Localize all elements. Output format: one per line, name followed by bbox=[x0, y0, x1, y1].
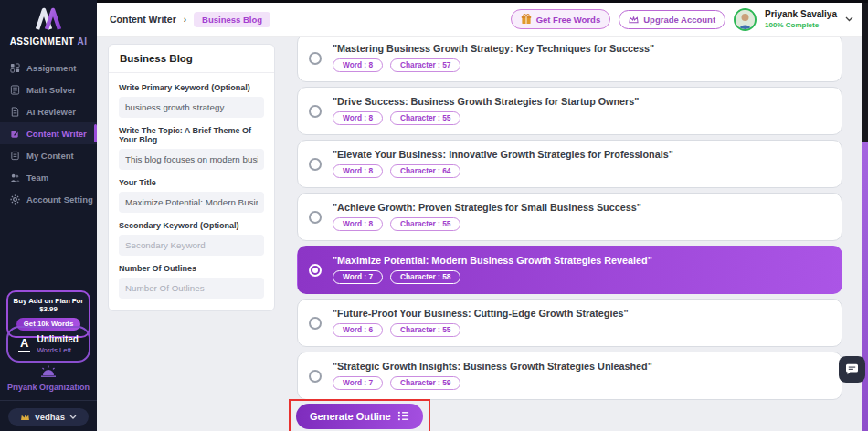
chat-widget-button[interactable] bbox=[839, 356, 865, 383]
sidebar: ASSIGNMENT AI Assignment Math Solver AI … bbox=[0, 0, 97, 431]
workspace-selector[interactable]: Vedhas bbox=[8, 408, 89, 426]
get-free-words-label: Get Free Words bbox=[536, 15, 601, 25]
radio-button[interactable] bbox=[309, 317, 322, 330]
document-check-icon bbox=[10, 107, 20, 117]
sidebar-item-team[interactable]: Team bbox=[0, 166, 97, 188]
gear-icon bbox=[10, 194, 20, 205]
sidebar-item-account-setting[interactable]: Account Setting bbox=[0, 188, 97, 210]
user-name: Priyank Savaliya bbox=[765, 9, 837, 21]
form-title: Business Blog bbox=[109, 45, 274, 73]
title-option-1[interactable]: "Mastering Business Growth Strategy: Key… bbox=[297, 34, 842, 82]
radio-button[interactable] bbox=[309, 370, 322, 383]
get-free-words-button[interactable]: Get Free Words bbox=[511, 9, 611, 29]
crown-icon bbox=[20, 414, 30, 421]
option-title: "Mastering Business Growth Strategy: Key… bbox=[333, 44, 654, 55]
gift-icon bbox=[521, 14, 532, 25]
character-count-badge: Character : 55 bbox=[390, 111, 460, 125]
upgrade-account-button[interactable]: Upgrade Account bbox=[619, 10, 725, 29]
character-count-badge: Character : 59 bbox=[390, 376, 460, 390]
user-completion-status: 100% Complete bbox=[765, 21, 837, 29]
top-header: Content Writer › Business Blog Get Free … bbox=[97, 3, 868, 37]
crown-icon bbox=[629, 16, 639, 24]
sidebar-item-math-solver[interactable]: Math Solver bbox=[0, 79, 97, 100]
your-title-input[interactable] bbox=[119, 192, 264, 213]
option-title: "Drive Success: Business Growth Strategi… bbox=[333, 97, 639, 108]
outlines-count-label: Number Of Outlines bbox=[119, 264, 264, 273]
primary-keyword-input[interactable] bbox=[119, 97, 264, 118]
character-count-badge: Character : 64 bbox=[390, 164, 460, 178]
sidebar-item-content-writer[interactable]: Content Writer bbox=[0, 122, 97, 144]
organization-label: Priyank Organization bbox=[0, 383, 97, 392]
radio-button[interactable] bbox=[309, 158, 322, 171]
radio-button[interactable] bbox=[309, 105, 322, 118]
word-count-badge: Word : 7 bbox=[333, 270, 383, 284]
character-count-badge: Character : 58 bbox=[390, 270, 460, 284]
option-title: "Future-Proof Your Business: Cutting-Edg… bbox=[333, 309, 629, 320]
sidebar-item-label: Team bbox=[26, 173, 48, 183]
user-avatar[interactable] bbox=[734, 8, 757, 31]
sidebar-item-label: Account Setting bbox=[26, 194, 93, 205]
title-option-4[interactable]: "Achieve Growth: Proven Strategies for S… bbox=[297, 193, 842, 241]
character-count-badge: Character : 55 bbox=[390, 323, 460, 337]
title-option-3[interactable]: "Elevate Your Business: Innovative Growt… bbox=[297, 140, 842, 188]
generate-outline-button[interactable]: Generate Outline bbox=[296, 404, 423, 429]
word-count-badge: Word : 6 bbox=[333, 323, 383, 337]
app-logo: ASSIGNMENT AI bbox=[0, 7, 97, 47]
chat-bubble-icon bbox=[845, 363, 859, 375]
your-title-label: Your Title bbox=[119, 178, 264, 187]
primary-keyword-label: Write Primary Keyword (Optional) bbox=[119, 83, 264, 92]
brand-text: ASSIGNMENT AI bbox=[0, 37, 97, 47]
secondary-keyword-label: Secondary Keyword (Optional) bbox=[119, 221, 264, 230]
plan-title: Unlimited bbox=[37, 334, 79, 344]
title-option-7[interactable]: "Strategic Growth Insights: Business Gro… bbox=[297, 352, 842, 400]
plan-subtitle: Words Left bbox=[37, 346, 79, 354]
topic-input[interactable] bbox=[119, 149, 264, 170]
word-count-badge: Word : 8 bbox=[333, 164, 383, 178]
organization-icon bbox=[39, 365, 58, 377]
secondary-keyword-input[interactable] bbox=[119, 235, 264, 256]
radio-button-selected[interactable] bbox=[309, 264, 322, 277]
outlines-count-input[interactable] bbox=[119, 278, 264, 299]
assignment-ai-logo-icon bbox=[31, 7, 66, 31]
business-blog-form: Business Blog Write Primary Keyword (Opt… bbox=[108, 44, 275, 311]
header-actions: Get Free Words Upgrade Account Priyank S… bbox=[511, 8, 853, 31]
sidebar-item-assignment[interactable]: Assignment bbox=[0, 57, 97, 79]
generate-outline-label: Generate Outline bbox=[310, 411, 391, 422]
title-option-6[interactable]: "Future-Proof Your Business: Cutting-Edg… bbox=[297, 299, 842, 347]
sidebar-item-label: My Content bbox=[26, 151, 74, 161]
option-title: "Achieve Growth: Proven Strategies for S… bbox=[333, 203, 641, 214]
sidebar-divider bbox=[0, 400, 97, 401]
workspace-label: Vedhas bbox=[35, 412, 65, 422]
title-option-5-selected[interactable]: "Maximize Potential: Modern Business Gro… bbox=[297, 246, 842, 294]
option-title: "Elevate Your Business: Innovative Growt… bbox=[333, 150, 673, 161]
chevron-down-icon[interactable] bbox=[845, 16, 853, 22]
chevron-down-icon bbox=[69, 415, 77, 419]
breadcrumb-separator-icon: › bbox=[184, 15, 186, 25]
scrollbar-thumb[interactable] bbox=[862, 142, 868, 431]
radio-button[interactable] bbox=[309, 52, 322, 65]
word-count-badge: Word : 8 bbox=[333, 58, 383, 72]
sidebar-nav: Assignment Math Solver AI Reviewer Conte… bbox=[0, 57, 97, 210]
pencil-square-icon bbox=[10, 129, 20, 139]
sidebar-item-my-content[interactable]: My Content bbox=[0, 144, 97, 166]
topic-label: Write The Topic: A Brief Theme Of Your B… bbox=[119, 126, 264, 144]
option-title: "Maximize Potential: Modern Business Gro… bbox=[333, 256, 652, 267]
user-info[interactable]: Priyank Savaliya 100% Complete bbox=[765, 9, 837, 29]
file-icon bbox=[10, 151, 20, 161]
radio-button[interactable] bbox=[309, 211, 322, 224]
word-count-badge: Word : 7 bbox=[333, 376, 383, 390]
sidebar-item-label: Assignment bbox=[26, 63, 76, 73]
title-options-list: "Mastering Business Growth Strategy: Key… bbox=[297, 34, 842, 405]
sidebar-item-label: Content Writer bbox=[26, 129, 87, 139]
character-count-badge: Character : 57 bbox=[390, 58, 460, 72]
sidebar-item-ai-reviewer[interactable]: AI Reviewer bbox=[0, 100, 97, 122]
character-count-badge: Character : 55 bbox=[390, 217, 460, 231]
word-count-badge: Word : 8 bbox=[333, 111, 383, 125]
title-option-2[interactable]: "Drive Success: Business Growth Strategi… bbox=[297, 87, 842, 135]
avatar-photo bbox=[736, 10, 755, 29]
breadcrumb-current[interactable]: Business Blog bbox=[194, 12, 270, 27]
upgrade-account-label: Upgrade Account bbox=[643, 15, 715, 25]
breadcrumb-parent[interactable]: Content Writer bbox=[110, 14, 176, 25]
organization-block[interactable]: Priyank Organization bbox=[0, 364, 97, 392]
a-logo-icon: A bbox=[18, 336, 30, 352]
